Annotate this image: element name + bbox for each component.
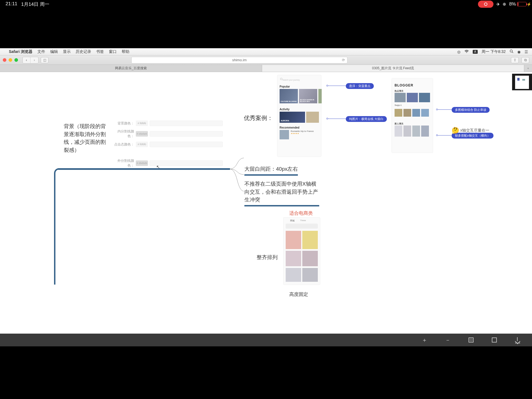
ipad-time: 21:11 [6, 1, 17, 7]
zoom-out-button[interactable]: － [444, 337, 451, 343]
node-example-title[interactable]: 优秀案例： [244, 114, 273, 122]
svg-point-0 [510, 50, 512, 52]
pill-pureimg: 纯图片：极简去线 大留白 [346, 116, 387, 122]
prop-outer-label: 外分割线颜色： [112, 158, 136, 168]
ipad-date: 1月14日 周一 [21, 1, 49, 7]
mock2-sec1: 热点博主 [395, 89, 403, 93]
fullscreen-button[interactable] [491, 337, 498, 343]
input-source-icon[interactable]: A [473, 50, 478, 54]
mac-clock[interactable]: 周一 下午8:32 [482, 49, 506, 54]
new-tab-button[interactable]: + [524, 65, 532, 72]
prop-state-swatch: # f0f0f0 [136, 142, 148, 147]
notification-center-icon[interactable]: ☰ [525, 50, 528, 54]
prop-bg-field [150, 121, 223, 126]
battery-icon: ⚡ [517, 2, 526, 6]
menu-file[interactable]: 文件 [37, 49, 45, 54]
mock1-popular: Popular [280, 85, 290, 88]
reload-icon[interactable]: ⟳ [342, 58, 345, 62]
prop-inner-swatch: # e5e5e5 [136, 131, 148, 137]
mac-menubar: Safari 浏览器 文件 编辑 显示 历史记录 书签 窗口 帮助 ◎ A 周一… [0, 48, 532, 55]
tab-1[interactable]: 0305_图片流 卡片流 Feed流 [262, 65, 524, 72]
node-fixed-height[interactable]: 高度固定 [289, 291, 308, 298]
mockup-ecommerce-app: 同城 Three [283, 217, 320, 285]
page-viewport[interactable]: 背景（现阶段的背景逐渐取消外分割线，减少页面的割裂感） 背景颜色： # f6f6… [0, 72, 532, 334]
mindmap-canvas[interactable]: 背景（现阶段的背景逐渐取消外分割线，减少页面的割裂感） 背景颜色： # f6f6… [0, 72, 511, 334]
wifi-icon[interactable] [464, 50, 469, 54]
prop-state-field [150, 142, 223, 147]
window-zoom-button[interactable] [14, 58, 18, 62]
safari-toolbar: ‹ › ◫ shimo.im ⟳ ⇪ ⧉ [0, 55, 532, 65]
menu-view[interactable]: 显示 [63, 49, 71, 54]
fit-button[interactable] [468, 337, 474, 343]
branch-lines [229, 155, 245, 211]
tabs-overview-button[interactable]: ⧉ [521, 57, 529, 63]
download-button[interactable] [514, 337, 521, 343]
mock1-recommended: Recommended [280, 126, 300, 129]
svg-line-1 [512, 52, 513, 53]
annotation-line [328, 119, 346, 119]
color-properties-panel: 背景颜色： # f6f6f6 内分割线颜色： # e5e5e5 点击态颜色： #… [112, 119, 223, 169]
ipad-status-bar: 21:11 1月14日 周一 ✈ ⊕ 8% ⚡ [0, 0, 532, 8]
nav-buttons: ‹ › [22, 57, 39, 63]
connector-curve [54, 168, 60, 285]
menu-history[interactable]: 历史记录 [76, 49, 91, 54]
menu-window[interactable]: 窗口 [109, 49, 117, 54]
annotation-line [438, 135, 452, 135]
mock2-sec2: 新人博主 [395, 122, 403, 125]
sidebar-toggle-button[interactable]: ◫ [41, 57, 48, 63]
siri-icon[interactable]: ◉ [517, 50, 521, 54]
viewer-toolbar: ＋ － [0, 334, 532, 346]
airplane-mode-icon: ✈ [496, 2, 500, 7]
tab-bar: 网易云音乐_百度搜索 0305_图片流 卡片流 Feed流 + [0, 65, 532, 72]
cursor-icon: ↖ [156, 164, 160, 170]
ipad-battery-percent: 8% [509, 1, 516, 7]
emoji-annotation: 🤔 x轴交互尽量在一 [452, 127, 489, 134]
url-text: shimo.im [232, 58, 247, 62]
mockup-blogger-app: BLOGGER 热点博主 Supp-1 新人博主 [392, 78, 433, 153]
prop-inner-label: 内分割线颜色： [112, 129, 136, 139]
node-background-desc[interactable]: 背景（现阶段的背景逐渐取消外分割线，减少页面的割裂感） [64, 122, 111, 154]
node-aligned[interactable]: 整齐排列 [257, 254, 278, 262]
pill-float: 悬浮：突显重点 [346, 83, 374, 89]
mock1-activity: Activity [280, 108, 290, 111]
screen-record-indicator[interactable] [478, 1, 493, 8]
url-field[interactable]: shimo.im ⟳ [131, 57, 347, 63]
prop-state-label: 点击态颜色： [112, 142, 136, 147]
menu-bookmarks[interactable]: 书签 [96, 49, 104, 54]
orientation-lock-icon: ⊕ [503, 2, 506, 7]
window-minimize-button[interactable] [9, 58, 12, 62]
node-large-margin[interactable]: 大留白间距：40px左右 [244, 165, 298, 176]
app-name[interactable]: Safari 浏览器 [9, 49, 32, 54]
thinking-face-icon: 🤔 [452, 127, 459, 134]
mockup-travel-app: Search your journey Popular CULTURE IN J… [277, 75, 321, 157]
forward-button[interactable]: › [30, 57, 38, 63]
pill-multi: 多图模块组合 防止串读 [452, 107, 490, 113]
annotation-line [438, 109, 452, 110]
mac-window: Safari 浏览器 文件 编辑 显示 历史记录 书签 窗口 帮助 ◎ A 周一… [0, 48, 532, 346]
share-button[interactable]: ⇪ [511, 57, 519, 63]
connector-bar [58, 168, 230, 170]
prop-bg-label: 背景颜色： [112, 121, 136, 126]
menu-edit[interactable]: 编辑 [50, 49, 58, 54]
prop-outer-field [150, 160, 223, 166]
node-no-x-axis[interactable]: 不推荐在二级页面中使用X轴横向交互，会和右滑返回手势上产生冲突 [244, 180, 319, 206]
display-extras-icon[interactable]: ◎ [457, 50, 461, 54]
prop-outer-swatch: # d9d9d9 [136, 160, 148, 166]
mock2-title: BLOGGER [395, 83, 413, 87]
tab-0[interactable]: 网易云音乐_百度搜索 [0, 65, 262, 72]
back-button[interactable]: ‹ [23, 57, 30, 63]
search-icon [280, 78, 282, 80]
node-ecommerce[interactable]: 适合电商类 [289, 210, 313, 217]
window-close-button[interactable] [3, 58, 6, 62]
minimap[interactable] [512, 74, 532, 90]
window-controls [3, 58, 18, 62]
mock1-search: Search your journey [282, 79, 300, 81]
annotation-line [328, 86, 346, 86]
prop-inner-field [150, 131, 223, 137]
prop-bg-swatch: # f6f6f6 [136, 121, 148, 126]
spotlight-icon[interactable] [510, 49, 513, 54]
zoom-in-button[interactable]: ＋ [421, 337, 428, 343]
menu-help[interactable]: 帮助 [122, 49, 129, 54]
